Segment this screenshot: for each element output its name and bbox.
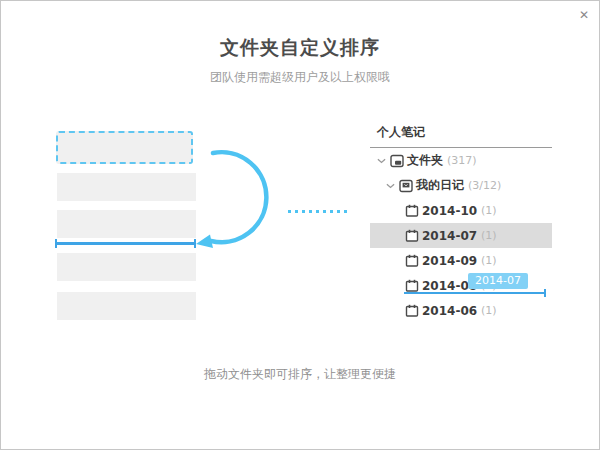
tree-item-2014-06[interactable]: 2014-06 (1) xyxy=(370,298,552,323)
dragged-item-placeholder xyxy=(56,131,193,164)
close-icon[interactable]: ✕ xyxy=(575,6,593,24)
notebook-icon xyxy=(405,279,419,293)
tree-item-2014-10[interactable]: 2014-10 (1) xyxy=(370,198,552,223)
tree-item-2014-09[interactable]: 2014-09 (1) xyxy=(370,248,552,273)
drop-indicator-line xyxy=(404,292,545,294)
tree-item-label: 文件夹 xyxy=(407,152,443,169)
list-item-bar xyxy=(57,173,196,201)
list-item-bar xyxy=(57,292,196,320)
drop-indicator-line xyxy=(56,242,195,245)
notebook-icon xyxy=(405,204,419,218)
dotted-connector-line xyxy=(288,210,350,213)
tree-item-label: 2014-09 xyxy=(422,254,477,268)
tree-item-count: (1) xyxy=(481,304,497,317)
tree-item-2014-07[interactable]: 2014-07 (1) xyxy=(370,223,552,248)
dialog-subtitle: 团队使用需超级用户及以上权限哦 xyxy=(1,69,599,86)
panel-title: 个人笔记 xyxy=(370,123,552,148)
tree-item-count: (1) xyxy=(481,229,497,242)
notebook-icon xyxy=(405,304,419,318)
dragged-folder-badge[interactable]: 2014-07 xyxy=(468,273,528,289)
folder-book-icon xyxy=(390,154,404,168)
folder-sort-dialog: ✕ 文件夹自定义排序 团队使用需超级用户及以上权限哦 个人笔记 文件夹 (317… xyxy=(0,0,600,450)
tree-item-folders[interactable]: 文件夹 (317) xyxy=(370,148,552,173)
tree-item-count: (1) xyxy=(481,204,497,217)
notebook-icon xyxy=(405,229,419,243)
notebook-icon xyxy=(405,254,419,268)
list-item-bar xyxy=(57,210,196,238)
tree-item-count: (317) xyxy=(447,154,477,167)
dialog-title: 文件夹自定义排序 xyxy=(1,35,599,61)
diary-book-icon xyxy=(399,179,413,193)
chevron-down-icon[interactable] xyxy=(386,183,395,189)
chevron-down-icon[interactable] xyxy=(377,158,386,164)
dialog-caption: 拖动文件夹即可排序，让整理更便捷 xyxy=(1,366,599,383)
tree-item-label: 2014-07 xyxy=(422,229,477,243)
tree-item-label: 我的日记 xyxy=(416,177,464,194)
tree-item-count: (1) xyxy=(481,254,497,267)
tree-item-count: (3/12) xyxy=(468,179,501,192)
notes-panel: 个人笔记 文件夹 (317) 我的日记 (3/12) xyxy=(370,123,552,323)
curved-arrow-icon xyxy=(191,141,281,261)
tree-item-my-diary[interactable]: 我的日记 (3/12) xyxy=(370,173,552,198)
tree-item-label: 2014-06 xyxy=(422,304,477,318)
list-item-bar xyxy=(57,253,196,281)
tree-item-label: 2014-10 xyxy=(422,204,477,218)
